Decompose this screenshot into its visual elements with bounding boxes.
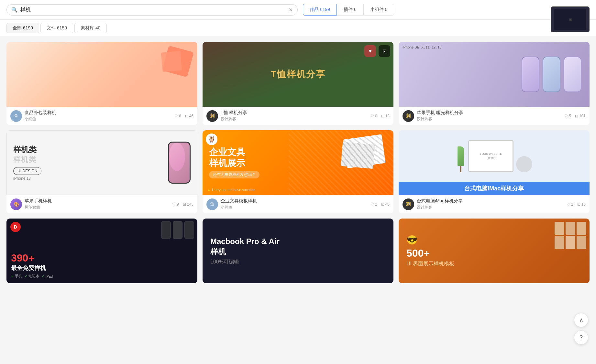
tshirt-copies: ⊡ 13 <box>381 114 390 118</box>
imac-copies: ⊡ 15 <box>577 202 586 207</box>
free-title: 最全免费样机 <box>11 264 46 272</box>
card-mockup-class-author: 凤筝籁籁 <box>25 205 170 210</box>
enterprise-likes: ♡ 2 <box>370 202 377 207</box>
iphone-apple-copies: ⊡ 101 <box>575 114 586 118</box>
card-tshirt-author: 设计刺客 <box>221 116 368 122</box>
card-food-meta: 食品外包装样机 小鳄鱼 <box>25 110 172 122</box>
imac-banner: 台式电脑iMac样机分享 <box>399 182 590 195</box>
card-macbook[interactable]: Macbook Pro & Air样机 100%可编辑 ▣ <box>203 219 393 283</box>
filter-files[interactable]: 文件 6159 <box>40 23 73 33</box>
card-imac[interactable]: YOUR WEBSITEHERE 台式电脑iMac样机分享 刺 台式电脑iMac… <box>399 130 590 213</box>
free-tag-laptop: ✓ 笔记本 <box>25 274 39 279</box>
card-food-info: 鱼 食品外包装样机 小鳄鱼 ♡ 6 ⊡ 46 <box>6 107 197 125</box>
filter-assets[interactable]: 素材库 40 <box>74 23 106 33</box>
mockup-class-likes: ♡ 9 <box>172 202 179 207</box>
free-tags: ✓ 手机 ✓ 笔记本 ✓ iPad <box>11 274 53 279</box>
card-food[interactable]: ▲ Hurry up and have vacation 鱼 食品外包装样机 小… <box>6 42 197 125</box>
avatar-fengzheng: 🎨 <box>10 198 22 210</box>
ui500-num: 500+ <box>406 247 430 259</box>
avatar-designer3: 刺 <box>403 198 414 210</box>
imac-likes: ♡ 2 <box>567 202 573 207</box>
card-enterprise-stats: ♡ 2 ⊡ 46 <box>370 202 390 207</box>
card-tshirt-image: T恤样机分享 ♥ ⊡ <box>203 42 393 107</box>
card-iphone-apple-info: 刺 苹果手机 哑光样机分享 设计刺客 ♡ 5 ⊡ 101 <box>399 107 590 125</box>
ui500-title: UI 界面展示样机模板 <box>406 261 454 267</box>
card-enterprise-meta: 企业文具模板样机 小鳄鱼 <box>221 198 368 210</box>
mockup-badge: UI DESIGN <box>13 167 41 175</box>
card-ui500[interactable]: 😎 500+ UI 界面展示样机模板 <box>399 219 590 283</box>
iphone-apple-likes: ♡ 5 <box>564 114 571 118</box>
card-mockup-class-title: 苹果手机样机 <box>25 198 170 204</box>
macbook-h1: Macbook Pro & Air样机 <box>210 236 280 256</box>
card-iphone-apple-meta: 苹果手机 哑光样机分享 设计刺客 <box>417 110 562 122</box>
card-food-title: 食品外包装样机 <box>25 110 172 116</box>
avatar-designer1: 刺 <box>206 110 218 122</box>
card-imac-image: YOUR WEBSITEHERE 台式电脑iMac样机分享 <box>399 130 590 195</box>
free-num: 390+ <box>11 252 34 264</box>
card-imac-meta: 台式电脑iMac样机分享 设计刺客 <box>417 198 564 210</box>
macbook-sub: 100%可编辑 <box>210 259 239 265</box>
card-food-image: ▲ Hurry up and have vacation <box>6 42 197 107</box>
enterprise-copies: ⊡ 46 <box>381 202 390 207</box>
mockup-h1: 样机类 <box>13 145 161 155</box>
card-iphone-apple-image: iPhone SE, X, 11, 12, 13 <box>399 42 590 107</box>
top-search-bar: 🔍 样机 ✕ 作品 6199 插件 6 小组件 0 <box>0 0 596 20</box>
enterprise-h1: 企业文具样机展示 <box>209 147 259 168</box>
food-copies: ⊡ 46 <box>185 114 193 118</box>
enterprise-text: 企业文具样机展示 还在为布袋样机发愁吗？ <box>209 147 259 178</box>
search-box[interactable]: 🔍 样机 ✕ <box>6 4 298 16</box>
card-mockup-class[interactable]: 样机类 样机类 UI DESIGN iPhone 13 🎨 苹果手机样机 凤筝籁… <box>6 130 197 213</box>
mockup-sub: iPhone 13 <box>13 176 161 181</box>
free-tag-phone: ✓ 手机 <box>11 274 22 279</box>
card-free[interactable]: D 390+ 最全免费样机 ✓ 手机 ✓ 笔记本 ✓ iPad <box>6 219 197 283</box>
card-food-stats: ♡ 6 ⊡ 46 <box>174 114 193 118</box>
card-enterprise-author: 小鳄鱼 <box>221 205 368 210</box>
card-tshirt-info: 刺 T恤 样机分享 设计刺客 ♡ 0 ⊡ 13 <box>203 107 393 125</box>
free-tag-ipad: ✓ iPad <box>42 274 53 279</box>
tab-works[interactable]: 作品 6199 <box>303 4 337 16</box>
card-ui500-image: 😎 500+ UI 界面展示样机模板 <box>399 219 590 283</box>
filter-bar: 全部 6199 文件 6159 素材库 40 综合排序 ▾ <box>0 20 596 37</box>
avatar-xiaoeyu1: 鱼 <box>10 110 22 122</box>
card-food-author: 小鳄鱼 <box>25 116 172 122</box>
card-tshirt-meta: T恤 样机分享 设计刺客 <box>221 110 368 122</box>
card-iphone-apple-stats: ♡ 5 ⊡ 101 <box>564 114 586 118</box>
imac-monitor-shape: YOUR WEBSITEHERE <box>468 140 513 172</box>
result-type-tabs: 作品 6199 插件 6 小组件 0 <box>303 4 394 16</box>
card-mockup-class-meta: 苹果手机样机 凤筝籁籁 <box>25 198 170 210</box>
tshirt-likes: ♡ 0 <box>370 114 377 118</box>
card-iphone-apple-title: 苹果手机 哑光样机分享 <box>417 110 562 116</box>
card-enterprise-title: 企业文具模板样机 <box>221 198 368 204</box>
search-clear-button[interactable]: ✕ <box>289 7 293 13</box>
card-imac-title: 台式电脑iMac样机分享 <box>417 198 564 204</box>
mockup-h2: 样机类 <box>13 155 161 165</box>
iphone-model-label: iPhone SE, X, 11, 12, 13 <box>403 45 441 49</box>
ui500-emoji: 😎 <box>406 235 418 245</box>
card-free-image: D 390+ 最全免费样机 ✓ 手机 ✓ 笔记本 ✓ iPad <box>6 219 197 283</box>
card-macbook-image: Macbook Pro & Air样机 100%可编辑 ▣ <box>203 219 393 283</box>
card-tshirt-title: T恤 样机分享 <box>221 110 368 116</box>
search-query-text: 样机 <box>20 6 289 13</box>
tshirt-like-btn[interactable]: ♥ <box>364 45 376 57</box>
mockup-class-copies: ⊡ 243 <box>183 202 193 207</box>
tshirt-label: T恤样机分享 <box>270 68 325 80</box>
filter-all[interactable]: 全部 6199 <box>6 23 39 33</box>
card-imac-stats: ♡ 2 ⊡ 15 <box>567 202 586 207</box>
card-enterprise[interactable]: 🦉 企业文具样机展示 还在为布袋样机发愁吗？ ▲ Hurry up and ha… <box>203 130 393 213</box>
tshirt-copy-btn[interactable]: ⊡ <box>379 45 390 57</box>
card-iphone-apple[interactable]: iPhone SE, X, 11, 12, 13 刺 苹果手机 哑光样机分享 设… <box>399 42 590 125</box>
tab-plugins[interactable]: 插件 6 <box>337 4 363 16</box>
search-icon: 🔍 <box>11 7 18 13</box>
food-likes: ♡ 6 <box>174 114 181 118</box>
card-imac-info: 刺 台式电脑iMac样机分享 设计刺客 ♡ 2 ⊡ 15 <box>399 195 590 213</box>
results-grid: ▲ Hurry up and have vacation 鱼 食品外包装样机 小… <box>0 37 596 288</box>
card-tshirt[interactable]: T恤样机分享 ♥ ⊡ 刺 T恤 样机分享 设计刺客 ♡ 0 ⊡ 13 <box>203 42 393 125</box>
phone-mockup-shape <box>168 142 191 184</box>
imac-scene: YOUR WEBSITEHERE <box>399 130 590 182</box>
tab-components[interactable]: 小组件 0 <box>363 4 394 16</box>
card-mockup-class-stats: ♡ 9 ⊡ 243 <box>172 202 193 207</box>
card-imac-author: 设计刺客 <box>417 205 564 210</box>
card-iphone-apple-author: 设计刺客 <box>417 116 562 122</box>
card-enterprise-info: 鱼 企业文具模板样机 小鳄鱼 ♡ 2 ⊡ 46 <box>203 195 393 213</box>
tshirt-overlay-btns: ♥ ⊡ <box>364 45 390 57</box>
